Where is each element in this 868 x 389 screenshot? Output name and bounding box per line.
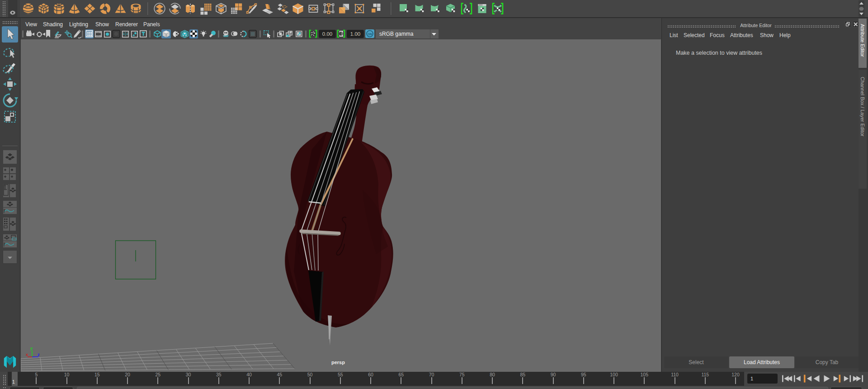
svg-text:z: z xyxy=(38,352,40,357)
svg-text:y: y xyxy=(30,346,33,351)
svg-text:x: x xyxy=(26,352,28,357)
svg-text:ON: ON xyxy=(368,33,372,36)
